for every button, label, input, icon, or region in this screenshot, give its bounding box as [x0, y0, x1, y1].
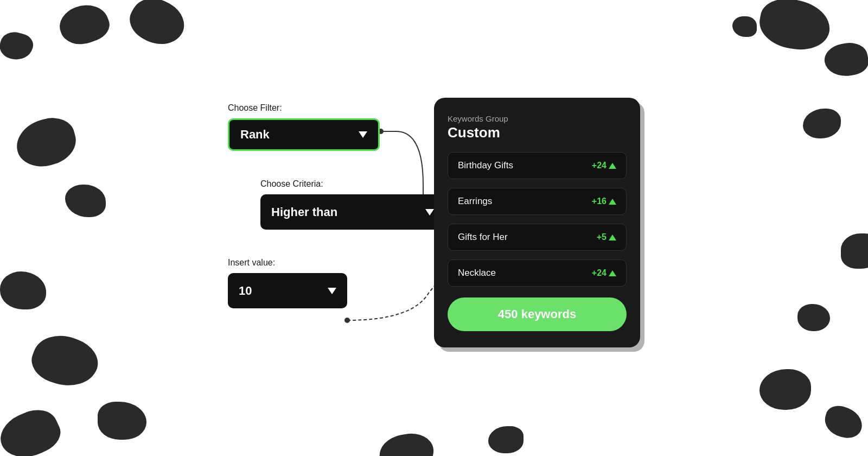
keywords-card: Keywords Group Custom Birthday Gifts +24… [434, 98, 640, 347]
value-label: Insert value: [228, 258, 445, 268]
triangle-up-icon-birthday [609, 163, 616, 169]
keyword-name-necklace: Necklace [458, 268, 496, 278]
triangle-up-icon-necklace [609, 270, 616, 276]
keyword-item-birthday[interactable]: Birthday Gifts +24 [448, 152, 627, 179]
main-container: Choose Filter: Rank Choose Criteria: Hig… [0, 0, 868, 456]
keywords-count-label: 450 keywords [498, 307, 576, 321]
card-subtitle: Keywords Group [448, 114, 627, 123]
keyword-item-necklace[interactable]: Necklace +24 [448, 259, 627, 287]
rank-dropdown[interactable]: Rank [228, 118, 380, 151]
value-value: 10 [239, 284, 252, 298]
keyword-delta-necklace: +24 [592, 268, 607, 278]
value-dropdown[interactable]: 10 [228, 273, 347, 308]
filter-controls: Choose Filter: Rank Choose Criteria: Hig… [228, 103, 445, 308]
keyword-badge-earrings: +16 [592, 197, 616, 206]
content-area: Choose Filter: Rank Choose Criteria: Hig… [228, 87, 640, 369]
triangle-up-icon-gifts-her [609, 235, 616, 240]
value-chevron-icon [328, 288, 336, 294]
keyword-name-gifts-her: Gifts for Her [458, 232, 508, 243]
rank-chevron-icon [359, 131, 367, 138]
keyword-badge-gifts-her: +5 [597, 232, 616, 242]
keyword-item-earrings[interactable]: Earrings +16 [448, 188, 627, 215]
keyword-delta-gifts-her: +5 [597, 232, 607, 242]
filter-section-rank: Choose Filter: Rank [228, 103, 445, 151]
criteria-dropdown[interactable]: Higher than [260, 194, 445, 230]
keyword-badge-necklace: +24 [592, 268, 616, 278]
criteria-value: Higher than [271, 205, 337, 219]
criteria-chevron-icon [425, 209, 434, 216]
filter-section-criteria: Choose Criteria: Higher than [260, 179, 445, 230]
keywords-count-button[interactable]: 450 keywords [448, 297, 627, 331]
keyword-badge-birthday: +24 [592, 161, 616, 170]
filter-label: Choose Filter: [228, 103, 445, 113]
criteria-label: Choose Criteria: [260, 179, 445, 189]
svg-point-7 [344, 318, 350, 323]
rank-value: Rank [240, 128, 270, 142]
keyword-delta-birthday: +24 [592, 161, 607, 170]
filter-section-value: Insert value: 10 [228, 258, 445, 308]
card-title: Custom [448, 124, 627, 141]
keyword-name-earrings: Earrings [458, 196, 492, 207]
keyword-delta-earrings: +16 [592, 197, 607, 206]
keyword-name-birthday: Birthday Gifts [458, 160, 513, 171]
card-header: Keywords Group Custom [448, 114, 627, 141]
keyword-item-gifts-her[interactable]: Gifts for Her +5 [448, 224, 627, 251]
triangle-up-icon-earrings [609, 199, 616, 205]
